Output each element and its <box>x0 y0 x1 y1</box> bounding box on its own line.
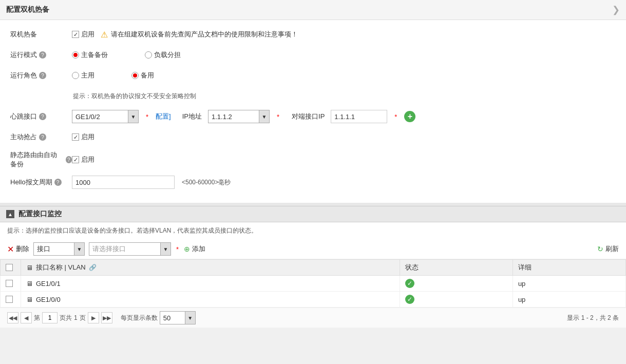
ip-required: * <box>277 113 279 121</box>
protocol-hint: 提示：双机热备的协议报文不受安全策略控制 <box>73 92 196 101</box>
dual-hot-row: 双机热备 启用 ⚠ 请在组建双机设备前先查阅产品文档中的使用限制和注意事项！ <box>10 27 616 42</box>
heartbeat-label: 心跳接口 ? <box>10 112 72 121</box>
iface-table-icon: 🖥 <box>26 296 33 303</box>
backup-role-radio[interactable]: 备用 <box>131 71 154 80</box>
delete-button[interactable]: ✕ 删除 <box>7 244 29 254</box>
page-number-input[interactable] <box>42 312 58 323</box>
row-checkbox[interactable] <box>6 296 15 303</box>
static-route-help-icon[interactable]: ? <box>66 156 72 163</box>
primary-role-radio[interactable]: 主用 <box>72 71 94 80</box>
th-status: 状态 <box>400 260 513 276</box>
hello-row: Hello报文周期 ? <500-60000>毫秒 <box>10 175 616 189</box>
hello-input[interactable] <box>72 176 175 189</box>
toolbar: ✕ 删除 接口 ▼ 请选择接口 ▼ * ⊕ 添加 ↻ 刷新 <box>0 239 626 259</box>
run-role-content: 主用 备用 <box>72 71 154 80</box>
hint-row: 提示：双机热备的协议报文不受安全策略控制 <box>10 89 616 103</box>
bottom-config-section: ▲ 配置接口监控 提示：选择的监控接口应该是设备的业务接口。若选择VLAN，代表… <box>0 206 626 328</box>
dual-hot-content: 启用 ⚠ 请在组建双机设备前先查阅产品文档中的使用限制和注意事项！ <box>72 30 298 40</box>
static-route-checkbox-icon <box>72 156 79 163</box>
network-icon: 🔗 <box>89 264 97 271</box>
interface-table: 🖥 接口名称 | VLAN 🔗 状态 详细 🖥GE1/0/1✓up🖥GE1/0/… <box>0 259 626 308</box>
pages-label: 页 <box>80 314 86 322</box>
heartbeat-help-icon[interactable]: ? <box>39 113 46 120</box>
heartbeat-select-arrow: ▼ <box>128 110 138 123</box>
right-arrow-icon: ❯ <box>612 4 620 15</box>
static-route-row: 静态路由由自动备份 ? 启用 <box>10 150 616 169</box>
prev-page-btn[interactable]: ◀ <box>21 312 32 323</box>
add-peer-ip-btn[interactable]: + <box>404 111 415 122</box>
interface-required: * <box>176 245 179 253</box>
peer-ip-required: * <box>394 113 397 121</box>
row-checkbox-icon <box>6 296 13 303</box>
th-interface-name: 🖥 接口名称 | VLAN 🔗 <box>21 260 400 276</box>
interface-select[interactable]: 请选择接口 ▼ <box>89 242 171 256</box>
primary-role-radio-icon <box>72 72 79 79</box>
hello-content: <500-60000>毫秒 <box>72 176 231 189</box>
main-container: 配置双机热备 ❯ 双机热备 启用 ⚠ 请在组建双机设备前先查阅产品文档中的使用限… <box>0 0 626 328</box>
select-all-checkbox[interactable] <box>6 264 15 271</box>
first-page-btn[interactable]: ◀◀ <box>7 312 18 323</box>
total-pages: 1 <box>74 314 78 321</box>
status-ok-icon: ✓ <box>405 295 414 304</box>
next-page-btn[interactable]: ▶ <box>88 312 99 323</box>
preempt-label: 主动抢占 ? <box>10 132 72 142</box>
per-page-select[interactable]: 50 ▼ <box>160 311 196 324</box>
iface-detail: up <box>513 276 625 292</box>
hello-label: Hello报文周期 ? <box>10 178 72 187</box>
refresh-button[interactable]: ↻ 刷新 <box>597 244 619 254</box>
bottom-hint-text: 提示：选择的监控接口应该是设备的业务接口。若选择VLAN，代表监控其成员接口的状… <box>7 227 257 234</box>
preempt-checkbox[interactable]: 启用 <box>72 132 94 142</box>
enable-checkbox[interactable]: 启用 <box>72 30 94 39</box>
top-config-section: 双机热备 启用 ⚠ 请在组建双机设备前先查阅产品文档中的使用限制和注意事项！ 运… <box>0 20 626 206</box>
table-header-row: 🖥 接口名称 | VLAN 🔗 状态 详细 <box>1 260 626 276</box>
collapse-icon[interactable]: ▲ <box>6 210 14 218</box>
run-mode-label: 运行模式 ? <box>10 50 72 60</box>
static-route-content: 启用 <box>72 155 94 164</box>
iface-table-icon: 🖥 <box>26 280 33 288</box>
load-balance-radio[interactable]: 负载分担 <box>145 50 181 60</box>
ip-address-arrow: ▼ <box>259 110 269 123</box>
bottom-section-title-bar: ▲ 配置接口监控 <box>0 206 626 222</box>
interface-type-arrow: ▼ <box>74 243 84 255</box>
iface-name: GE1/0/1 <box>36 280 61 288</box>
hello-field[interactable] <box>75 179 171 186</box>
select-all-checkbox-icon <box>6 264 13 271</box>
run-mode-row: 运行模式 ? 主备备份 负载分担 <box>10 48 616 62</box>
preempt-help-icon[interactable]: ? <box>39 133 46 141</box>
page-title: 配置双机热备 <box>6 5 49 14</box>
hello-help-icon[interactable]: ? <box>54 179 62 186</box>
add-button[interactable]: ⊕ 添加 <box>184 244 205 254</box>
heartbeat-select-value: GE1/0/2 <box>72 113 128 121</box>
interface-select-placeholder: 请选择接口 <box>89 244 160 254</box>
per-page-arrow: ▼ <box>185 312 195 324</box>
ip-address-select[interactable]: 1.1.1.2 ▼ <box>208 110 270 123</box>
run-role-help-icon[interactable]: ? <box>39 72 46 79</box>
run-mode-help-icon[interactable]: ? <box>39 51 46 59</box>
load-balance-radio-icon <box>145 51 152 59</box>
heartbeat-required: * <box>146 113 148 121</box>
primary-backup-radio[interactable]: 主备备份 <box>72 50 108 60</box>
peer-ip-label: 对端接口IP <box>292 112 325 121</box>
static-route-checkbox[interactable]: 启用 <box>72 155 94 164</box>
refresh-icon: ↻ <box>597 245 603 253</box>
iface-detail: up <box>513 292 625 308</box>
primary-backup-radio-icon <box>72 51 79 59</box>
peer-ip-input[interactable] <box>331 110 387 123</box>
config-link[interactable]: 配置] <box>156 112 171 121</box>
row-checkbox[interactable] <box>6 280 15 287</box>
interface-type-select[interactable]: 接口 ▼ <box>33 242 85 256</box>
heartbeat-content: GE1/0/2 ▼ * 配置] IP地址 1.1.1.2 ▼ * 对端接口IP … <box>72 110 415 123</box>
th-check <box>1 260 21 276</box>
pagination-bar: ◀◀ ◀ 第 页共 1 页 ▶ ▶▶ 每页显示条数 50 ▼ 显示 1 - 2，… <box>0 308 626 328</box>
delete-icon: ✕ <box>7 244 14 254</box>
heartbeat-row: 心跳接口 ? GE1/0/2 ▼ * 配置] IP地址 1.1.1.2 ▼ * … <box>10 109 616 124</box>
table-row: 🖥GE1/0/0✓up <box>1 292 626 308</box>
preempt-checkbox-icon <box>72 133 79 141</box>
interface-select-arrow: ▼ <box>160 243 170 255</box>
heartbeat-select[interactable]: GE1/0/2 ▼ <box>72 110 139 123</box>
warning-message: ⚠ 请在组建双机设备前先查阅产品文档中的使用限制和注意事项！ <box>101 30 298 40</box>
preempt-content: 启用 <box>72 132 94 142</box>
last-page-btn[interactable]: ▶▶ <box>101 312 112 323</box>
page-prefix: 第 <box>34 314 40 322</box>
peer-ip-field[interactable] <box>334 113 384 121</box>
